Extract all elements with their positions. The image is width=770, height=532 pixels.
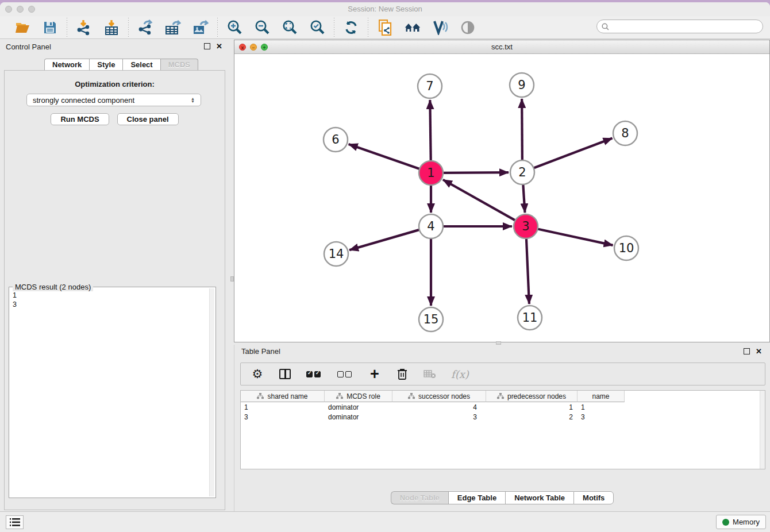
add-column-icon[interactable]: + xyxy=(368,367,381,381)
graph-node-label: 11 xyxy=(522,311,538,325)
close-panel-icon[interactable]: ✕ xyxy=(216,43,222,49)
tab-motifs[interactable]: Motifs xyxy=(573,491,614,504)
graph-node-label: 4 xyxy=(427,219,434,233)
cell-name[interactable]: 3 xyxy=(578,412,625,422)
optimization-criterion-select[interactable]: strongly connected component ▲▼ xyxy=(26,94,201,106)
search-field[interactable] xyxy=(596,20,763,33)
import-network-icon[interactable] xyxy=(75,19,93,36)
search-input[interactable] xyxy=(612,22,763,30)
graph-node-label: 14 xyxy=(329,247,344,261)
cell-name[interactable]: 1 xyxy=(578,402,625,412)
list-icon xyxy=(10,518,20,526)
main-toolbar xyxy=(0,16,770,39)
graph-edge[interactable] xyxy=(534,138,613,168)
app-window: Session: New Session xyxy=(0,2,770,532)
node-table: shared name MCDS role successor nodes pr… xyxy=(240,390,765,469)
split-panel-icon[interactable] xyxy=(279,367,291,381)
open-file-icon[interactable] xyxy=(14,19,31,36)
graph-svg: 7968124314101511 xyxy=(234,54,769,342)
close-panel-button[interactable]: Close panel xyxy=(117,113,179,125)
memory-button[interactable]: Memory xyxy=(716,515,766,529)
cell-shared-name[interactable]: 1 xyxy=(241,402,325,412)
optimization-criterion-label: Optimization criterion: xyxy=(5,80,225,88)
tab-network-table[interactable]: Network Table xyxy=(505,491,573,504)
run-mcds-button[interactable]: Run MCDS xyxy=(51,113,109,125)
table-panel-title: Table Panel xyxy=(241,347,280,356)
gear-icon[interactable]: ⚙ xyxy=(251,367,264,381)
float-panel-icon[interactable] xyxy=(204,43,210,49)
table-row[interactable]: 3 dominator 3 2 3 xyxy=(241,412,765,422)
cell-mcds-role[interactable]: dominator xyxy=(325,412,392,422)
table-toolbar: ⚙ + f(x) xyxy=(240,363,765,385)
cell-predecessor[interactable]: 2 xyxy=(486,412,578,422)
delete-table-icon[interactable] xyxy=(424,367,436,381)
table-row[interactable]: 1 dominator 4 1 1 xyxy=(241,402,765,412)
export-network-icon[interactable] xyxy=(137,19,154,36)
tab-edge-table[interactable]: Edge Table xyxy=(448,491,505,504)
mcds-result-text[interactable]: 1 3 xyxy=(13,291,209,496)
network-window-titlebar[interactable]: x − + scc.txt xyxy=(234,40,769,54)
search-icon xyxy=(602,23,609,30)
graph-edge[interactable] xyxy=(349,144,420,169)
column-header[interactable]: MCDS role xyxy=(325,391,392,402)
cell-filler xyxy=(625,412,765,422)
export-table-icon[interactable] xyxy=(164,19,182,36)
graph-edge[interactable] xyxy=(522,99,522,160)
float-panel-icon[interactable] xyxy=(744,348,750,354)
mcds-result-title: MCDS result (2 nodes) xyxy=(13,283,93,291)
import-table-icon[interactable] xyxy=(103,19,120,36)
delete-column-icon[interactable] xyxy=(396,367,409,381)
cell-shared-name[interactable]: 3 xyxy=(241,412,325,422)
refresh-icon[interactable] xyxy=(342,19,360,36)
chevron-updown-icon: ▲▼ xyxy=(191,97,195,103)
cell-mcds-role[interactable]: dominator xyxy=(325,402,392,412)
layout-icon[interactable] xyxy=(404,19,421,36)
vizmapper-icon[interactable] xyxy=(432,19,449,36)
zoom-in-icon[interactable] xyxy=(226,19,243,36)
deselect-all-icon[interactable] xyxy=(337,367,353,381)
zoom-fit-icon[interactable] xyxy=(281,19,298,36)
graph-edge[interactable] xyxy=(538,229,613,245)
function-builder-icon[interactable]: f(x) xyxy=(451,367,469,381)
column-header[interactable]: successor nodes xyxy=(392,391,486,402)
graph-edge[interactable] xyxy=(430,100,430,161)
tab-network[interactable]: Network xyxy=(44,59,89,71)
graph-edge[interactable] xyxy=(443,172,509,173)
save-session-icon[interactable] xyxy=(41,19,59,36)
cell-predecessor[interactable]: 1 xyxy=(486,402,578,412)
column-header[interactable]: predecessor nodes xyxy=(486,391,578,402)
tab-style[interactable]: Style xyxy=(89,59,122,71)
title-bar: Session: New Session xyxy=(0,2,770,16)
cell-filler xyxy=(625,402,765,412)
network-canvas[interactable]: 7968124314101511 xyxy=(234,54,769,342)
cell-successor[interactable]: 3 xyxy=(392,412,486,422)
task-history-button[interactable] xyxy=(6,515,24,529)
graph-edge[interactable] xyxy=(523,184,525,213)
tab-select[interactable]: Select xyxy=(122,59,160,71)
graph-edge[interactable] xyxy=(349,230,419,250)
column-header[interactable]: name xyxy=(578,391,625,402)
eye-icon[interactable] xyxy=(459,19,476,36)
column-header[interactable]: shared name xyxy=(241,391,325,402)
result-scrollbar[interactable] xyxy=(209,288,214,496)
table-scrollbar[interactable] xyxy=(760,391,765,469)
zoom-selected-icon[interactable] xyxy=(309,19,326,36)
close-panel-icon[interactable]: ✕ xyxy=(756,348,762,354)
table-header-row: shared name MCDS role successor nodes pr… xyxy=(241,391,765,402)
cell-successor[interactable]: 4 xyxy=(392,402,486,412)
zoom-out-icon[interactable] xyxy=(253,19,271,36)
select-all-icon[interactable] xyxy=(306,367,322,381)
graph-node-label: 10 xyxy=(619,241,634,255)
tab-node-table[interactable]: Node Table xyxy=(391,491,448,504)
graph-edge[interactable] xyxy=(443,180,515,221)
export-image-icon[interactable] xyxy=(192,19,209,36)
graph-edge[interactable] xyxy=(526,238,529,304)
mcds-result-box: MCDS result (2 nodes) 1 3 xyxy=(9,287,216,498)
graph-node-label: 9 xyxy=(518,78,525,92)
tab-mcds[interactable]: MCDS xyxy=(160,59,198,71)
tree-icon xyxy=(497,393,504,399)
screen: Session: New Session xyxy=(0,0,770,532)
clone-network-icon[interactable] xyxy=(376,19,394,36)
control-panel: Control Panel ✕ Network Style Select MCD… xyxy=(0,40,230,511)
graph-node-label: 7 xyxy=(426,79,433,93)
